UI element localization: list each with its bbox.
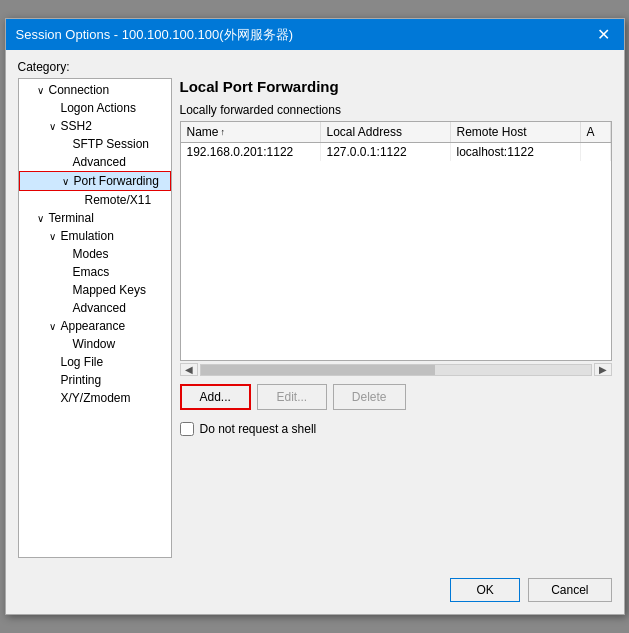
sidebar-item-emacs[interactable]: Emacs bbox=[19, 263, 171, 281]
arrow-icon: ∨ bbox=[47, 321, 59, 332]
sidebar-item-remote-x11[interactable]: Remote/X11 bbox=[19, 191, 171, 209]
scroll-thumb[interactable] bbox=[201, 365, 435, 375]
action-buttons-row: Add... Edit... Delete bbox=[180, 384, 612, 410]
cell-name: 192.168.0.201:1122 bbox=[181, 143, 321, 161]
sidebar-item-label: Advanced bbox=[73, 301, 126, 315]
tree-panel[interactable]: ∨ Connection Logon Actions ∨ SSH2 SFTP S… bbox=[18, 78, 172, 558]
arrow-icon: ∨ bbox=[60, 176, 72, 187]
col-remote-host: Remote Host bbox=[451, 122, 581, 142]
sidebar-item-label: Appearance bbox=[61, 319, 126, 333]
sidebar-item-label: Terminal bbox=[49, 211, 94, 225]
session-options-dialog: Session Options - 100.100.100.100(外网服务器)… bbox=[5, 18, 625, 615]
sidebar-item-log-file[interactable]: Log File bbox=[19, 353, 171, 371]
forwarding-table[interactable]: Name ↑ Local Address Remote Host A bbox=[180, 121, 612, 361]
sidebar-item-logon-actions[interactable]: Logon Actions bbox=[19, 99, 171, 117]
arrow-icon: ∨ bbox=[35, 213, 47, 224]
delete-button[interactable]: Delete bbox=[333, 384, 406, 410]
col-a: A bbox=[581, 122, 611, 142]
sidebar-item-label: Modes bbox=[73, 247, 109, 261]
sidebar-item-label: SSH2 bbox=[61, 119, 92, 133]
sidebar-item-mapped-keys[interactable]: Mapped Keys bbox=[19, 281, 171, 299]
sidebar-item-advanced-ssh[interactable]: Advanced bbox=[19, 153, 171, 171]
scroll-right-icon[interactable]: ▶ bbox=[594, 363, 612, 376]
edit-button[interactable]: Edit... bbox=[257, 384, 327, 410]
sidebar-item-terminal[interactable]: ∨ Terminal bbox=[19, 209, 171, 227]
sidebar-item-xyzmodem[interactable]: X/Y/Zmodem bbox=[19, 389, 171, 407]
sidebar-item-label: Connection bbox=[49, 83, 110, 97]
dialog-title: Session Options - 100.100.100.100(外网服务器) bbox=[16, 26, 293, 44]
sidebar-item-modes[interactable]: Modes bbox=[19, 245, 171, 263]
sidebar-item-label: Window bbox=[73, 337, 116, 351]
arrow-icon: ∨ bbox=[35, 85, 47, 96]
sidebar-item-sftp-session[interactable]: SFTP Session bbox=[19, 135, 171, 153]
sidebar-item-connection[interactable]: ∨ Connection bbox=[19, 81, 171, 99]
sidebar-item-label: Printing bbox=[61, 373, 102, 387]
sidebar-item-advanced-term[interactable]: Advanced bbox=[19, 299, 171, 317]
scroll-track[interactable] bbox=[200, 364, 592, 376]
shell-checkbox-label: Do not request a shell bbox=[200, 422, 317, 436]
col-local-address: Local Address bbox=[321, 122, 451, 142]
arrow-icon: ∨ bbox=[47, 231, 59, 242]
sidebar-item-label: SFTP Session bbox=[73, 137, 149, 151]
main-panel: Local Port Forwarding Locally forwarded … bbox=[180, 78, 612, 558]
sort-icon: ↑ bbox=[221, 127, 226, 137]
sidebar-item-label: Remote/X11 bbox=[85, 193, 152, 207]
cell-a bbox=[581, 143, 611, 161]
sidebar-item-appearance[interactable]: ∨ Appearance bbox=[19, 317, 171, 335]
arrow-icon: ∨ bbox=[47, 121, 59, 132]
sidebar-item-printing[interactable]: Printing bbox=[19, 371, 171, 389]
horizontal-scrollbar[interactable]: ◀ ▶ bbox=[180, 363, 612, 376]
title-bar: Session Options - 100.100.100.100(外网服务器)… bbox=[6, 19, 624, 50]
table-body[interactable]: 192.168.0.201:1122 127.0.0.1:1122 localh… bbox=[181, 143, 611, 360]
scroll-left-icon[interactable]: ◀ bbox=[180, 363, 198, 376]
sidebar-item-window[interactable]: Window bbox=[19, 335, 171, 353]
sidebar-item-emulation[interactable]: ∨ Emulation bbox=[19, 227, 171, 245]
shell-checkbox[interactable] bbox=[180, 422, 194, 436]
table-row[interactable]: 192.168.0.201:1122 127.0.0.1:1122 localh… bbox=[181, 143, 611, 161]
ok-button[interactable]: OK bbox=[450, 578, 520, 602]
sidebar-item-label: Logon Actions bbox=[61, 101, 136, 115]
sub-label: Locally forwarded connections bbox=[180, 103, 612, 117]
sidebar-item-label: Advanced bbox=[73, 155, 126, 169]
cell-remote-host: localhost:1122 bbox=[451, 143, 581, 161]
col-name: Name ↑ bbox=[181, 122, 321, 142]
close-button[interactable]: ✕ bbox=[593, 25, 614, 44]
category-label: Category: bbox=[18, 60, 612, 74]
sidebar-item-label: Emacs bbox=[73, 265, 110, 279]
cancel-button[interactable]: Cancel bbox=[528, 578, 611, 602]
shell-checkbox-row: Do not request a shell bbox=[180, 422, 612, 436]
sidebar-item-label: Emulation bbox=[61, 229, 114, 243]
content-area: ∨ Connection Logon Actions ∨ SSH2 SFTP S… bbox=[18, 78, 612, 558]
table-header: Name ↑ Local Address Remote Host A bbox=[181, 122, 611, 143]
sidebar-item-ssh2[interactable]: ∨ SSH2 bbox=[19, 117, 171, 135]
sidebar-item-port-forwarding[interactable]: ∨ Port Forwarding bbox=[19, 171, 171, 191]
sidebar-item-label: Log File bbox=[61, 355, 104, 369]
dialog-footer: OK Cancel bbox=[6, 570, 624, 614]
sidebar-item-label: X/Y/Zmodem bbox=[61, 391, 131, 405]
sidebar-item-label: Mapped Keys bbox=[73, 283, 146, 297]
sidebar-item-label: Port Forwarding bbox=[74, 174, 159, 188]
section-title: Local Port Forwarding bbox=[180, 78, 612, 95]
add-button[interactable]: Add... bbox=[180, 384, 251, 410]
cell-local-address: 127.0.0.1:1122 bbox=[321, 143, 451, 161]
dialog-body: Category: ∨ Connection Logon Actions ∨ S… bbox=[6, 50, 624, 570]
